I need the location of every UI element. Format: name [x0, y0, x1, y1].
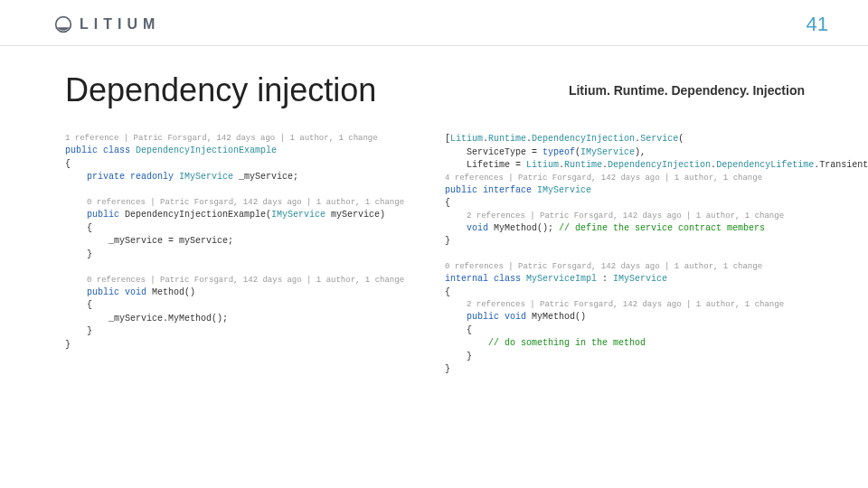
- code-line: _myService.MyMethod();: [65, 313, 418, 326]
- codelens: 4 references | Patric Forsgard, 142 days…: [445, 173, 868, 184]
- code-line: {: [65, 158, 418, 172]
- brand-icon: [54, 15, 72, 33]
- codelens: 2 references | Patric Forsgard, 142 days…: [445, 211, 868, 222]
- code-block-consumer: 1 reference | Patric Forsgard, 142 days …: [65, 133, 418, 377]
- code-line: void MyMethod(); // define the service c…: [445, 222, 868, 236]
- codelens: 0 references | Patric Forsgard, 142 days…: [65, 275, 418, 286]
- code-line: {: [445, 286, 868, 300]
- header: LITIUM 41: [0, 0, 868, 46]
- code-line: // do something in the method: [445, 337, 868, 351]
- content-area: 1 reference | Patric Forsgard, 142 days …: [0, 118, 868, 377]
- code-line: public class DependencyInjectionExample: [65, 145, 418, 158]
- code-blank: [445, 249, 868, 262]
- namespace-label: Litium. Runtime. Dependency. Injection: [569, 83, 805, 98]
- title-row: Dependency injection Litium. Runtime. De…: [0, 46, 868, 118]
- code-line: public void MyMethod(): [445, 311, 868, 324]
- code-line: }: [445, 363, 868, 377]
- code-line: {: [445, 324, 868, 338]
- code-line: [Litium.Runtime.DependencyInjection.Serv…: [445, 133, 868, 146]
- codelens: 0 references | Patric Forsgard, 142 days…: [445, 261, 868, 273]
- codelens: 0 references | Patric Forsgard, 142 days…: [65, 197, 418, 209]
- code-line: public void Method(): [65, 286, 418, 300]
- code-block-service-definition: [Litium.Runtime.DependencyInjection.Serv…: [445, 133, 868, 377]
- slide-title: Dependency injection: [65, 71, 376, 109]
- codelens: 1 reference | Patric Forsgard, 142 days …: [65, 133, 418, 145]
- code-line: private readonly IMyService _myService;: [65, 171, 418, 184]
- codelens: 2 references | Patric Forsgard, 142 days…: [445, 299, 868, 311]
- code-line: }: [445, 351, 868, 364]
- brand-text: LITIUM: [80, 16, 160, 33]
- code-line: internal class MyServiceImpl : IMyServic…: [445, 273, 868, 286]
- code-blank: [65, 184, 418, 198]
- code-line: }: [65, 325, 418, 339]
- code-line: }: [445, 235, 868, 249]
- page-number: 41: [807, 13, 828, 36]
- code-blank: [65, 261, 418, 275]
- code-line: }: [65, 339, 418, 352]
- code-line: {: [65, 299, 418, 313]
- code-line: {: [65, 222, 418, 236]
- code-line: _myService = myService;: [65, 235, 418, 249]
- code-line: {: [445, 197, 868, 211]
- brand-logo: LITIUM: [54, 15, 160, 33]
- code-line: public DependencyInjectionExample(IMySer…: [65, 209, 418, 222]
- code-line: public interface IMyService: [445, 184, 868, 198]
- code-line: Lifetime = Litium.Runtime.DependencyInje…: [445, 159, 868, 173]
- code-line: ServiceType = typeof(IMyService),: [445, 146, 868, 160]
- code-line: }: [65, 249, 418, 262]
